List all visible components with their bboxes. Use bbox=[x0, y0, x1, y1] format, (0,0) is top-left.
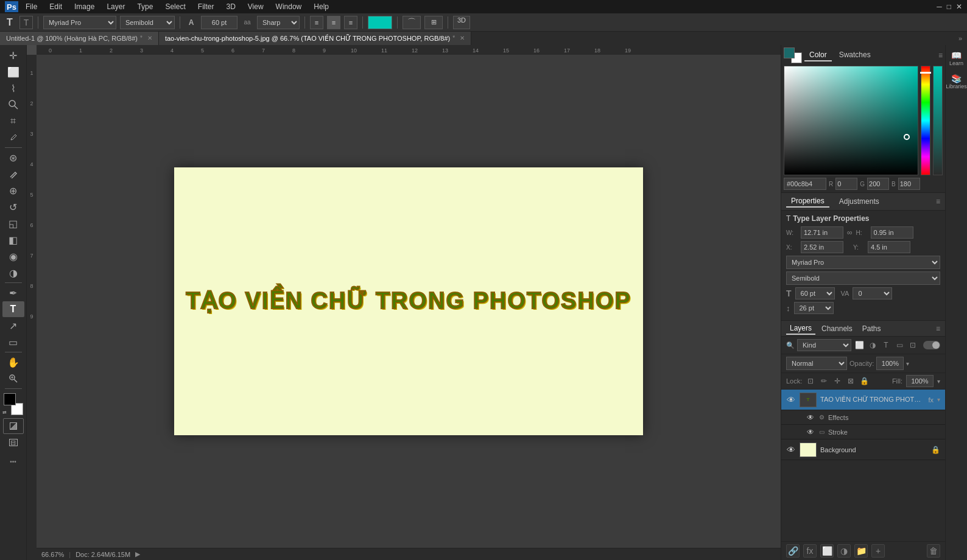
font-size-input[interactable] bbox=[201, 16, 237, 29]
fill-arrow[interactable]: ▾ bbox=[937, 378, 940, 385]
g-input[interactable] bbox=[867, 178, 889, 190]
fill-input[interactable] bbox=[906, 375, 934, 387]
gradient-tool[interactable]: ◧ bbox=[2, 232, 24, 248]
layer-effects-item[interactable]: 👁 ⚙ Effects bbox=[781, 410, 945, 425]
hue-slider[interactable] bbox=[921, 66, 930, 175]
layer-stroke-visibility[interactable]: 👁 bbox=[806, 427, 815, 437]
libraries-btn[interactable]: 📚 Libraries bbox=[948, 73, 965, 90]
zoom-tool[interactable] bbox=[2, 371, 24, 387]
tab-tao-vien-close[interactable]: ✕ bbox=[460, 32, 465, 45]
menu-window[interactable]: Window bbox=[271, 0, 307, 13]
r-input[interactable] bbox=[835, 178, 857, 190]
eraser-tool[interactable]: ◱ bbox=[2, 215, 24, 231]
quick-mask-btn[interactable] bbox=[3, 418, 24, 434]
menu-edit[interactable]: Edit bbox=[44, 0, 67, 13]
properties-tab[interactable]: Properties bbox=[786, 195, 829, 208]
layer-link-btn[interactable]: 🔗 bbox=[786, 544, 800, 558]
minimize-btn[interactable]: ─ bbox=[937, 2, 942, 11]
swatches-tab[interactable]: Swatches bbox=[834, 49, 876, 61]
canvas-content[interactable]: TẠO VIỀN CHỮ TRONG PHOTOSHOP bbox=[37, 55, 781, 548]
props-leading-select[interactable]: 26 pt bbox=[794, 302, 834, 314]
menu-layer[interactable]: Layer bbox=[102, 0, 130, 13]
collapse-panel-btn[interactable]: » bbox=[954, 35, 967, 42]
move-tool[interactable]: ✛ bbox=[2, 47, 24, 63]
layers-tab[interactable]: Layers bbox=[786, 323, 815, 335]
fx-icon[interactable]: fx bbox=[928, 396, 934, 404]
rectangle-tool[interactable]: ▭ bbox=[2, 334, 24, 350]
tab-untitled-close[interactable]: ✕ bbox=[147, 32, 152, 45]
menu-3d[interactable]: 3D bbox=[221, 0, 240, 13]
menu-help[interactable]: Help bbox=[309, 0, 334, 13]
filter-kind-select[interactable]: Kind bbox=[797, 339, 851, 351]
path-select-tool[interactable]: ↗ bbox=[2, 318, 24, 334]
layer-group-btn[interactable]: 📁 bbox=[854, 544, 868, 558]
opacity-arrow[interactable]: ▾ bbox=[906, 360, 909, 367]
layer-bg-visibility[interactable]: 👁 bbox=[786, 445, 796, 455]
filter-adjust-icon[interactable]: ◑ bbox=[867, 340, 878, 351]
lock-all-btn[interactable]: 🔒 bbox=[859, 376, 869, 386]
marquee-tool[interactable]: ⬜ bbox=[2, 64, 24, 80]
menu-type[interactable]: Type bbox=[132, 0, 158, 13]
lock-transparent-btn[interactable]: ⊡ bbox=[806, 376, 815, 386]
filter-type-icon[interactable]: T bbox=[881, 340, 891, 351]
font-style-select[interactable]: Semibold bbox=[120, 16, 175, 29]
x-input[interactable] bbox=[801, 241, 843, 253]
options-panel-btn[interactable]: ⊞ bbox=[424, 16, 443, 29]
menu-select[interactable]: Select bbox=[160, 0, 190, 13]
color-picker-area[interactable] bbox=[784, 66, 943, 175]
aa-mode-select[interactable]: Sharp bbox=[257, 16, 300, 29]
width-input[interactable] bbox=[801, 226, 843, 239]
opacity-slider[interactable] bbox=[933, 66, 943, 175]
eyedropper-tool[interactable] bbox=[2, 130, 24, 145]
crop-tool[interactable]: ⌗ bbox=[2, 113, 24, 129]
color-cursor[interactable] bbox=[904, 134, 910, 140]
layer-adjustment-btn[interactable]: ◑ bbox=[837, 544, 851, 558]
warp-text-btn[interactable]: ⌒ bbox=[403, 16, 421, 29]
reset-colors-icon[interactable]: ⇄ bbox=[2, 410, 7, 415]
dodge-tool[interactable]: ◑ bbox=[2, 265, 24, 281]
opacity-input[interactable] bbox=[876, 357, 904, 370]
more-tools-btn[interactable]: ••• bbox=[2, 453, 24, 469]
expand-icon[interactable]: ▾ bbox=[937, 396, 940, 403]
color-tab[interactable]: Color bbox=[804, 49, 832, 61]
align-center-btn[interactable]: ≡ bbox=[327, 16, 340, 29]
layer-delete-btn[interactable]: 🗑 bbox=[927, 544, 940, 558]
filter-toggle[interactable] bbox=[923, 341, 940, 349]
color-panel-menu[interactable]: ≡ bbox=[938, 51, 943, 60]
props-tracking-select[interactable]: 0 bbox=[853, 287, 892, 299]
filter-smart-icon[interactable]: ⊡ bbox=[907, 340, 918, 351]
layer-new-btn[interactable]: + bbox=[871, 544, 885, 558]
menu-file[interactable]: File bbox=[21, 0, 42, 13]
close-btn[interactable]: ✕ bbox=[956, 2, 962, 11]
3d-btn[interactable]: 3D bbox=[453, 16, 470, 29]
clone-tool[interactable]: ⊕ bbox=[2, 183, 24, 198]
b-input[interactable] bbox=[898, 178, 920, 190]
menu-view[interactable]: View bbox=[243, 0, 269, 13]
props-size-select[interactable]: 60 pt bbox=[795, 287, 835, 299]
layer-stroke-item[interactable]: 👁 ▭ Stroke bbox=[781, 425, 945, 439]
blend-mode-select[interactable]: Normal bbox=[786, 357, 847, 370]
screen-mode-btn[interactable]: ⊟ bbox=[2, 435, 24, 450]
learn-btn[interactable]: 📖 Learn bbox=[948, 50, 965, 67]
status-arrow[interactable]: ▶ bbox=[135, 550, 140, 558]
tab-tao-vien[interactable]: tao-vien-chu-trong-photoshop-5.jpg @ 66.… bbox=[159, 32, 471, 45]
color-swatches[interactable]: ⇄ bbox=[2, 393, 24, 415]
text-color-btn[interactable] bbox=[368, 16, 392, 29]
lock-move-btn[interactable]: ✛ bbox=[832, 376, 842, 386]
lock-artboard-btn[interactable]: ⊠ bbox=[846, 376, 856, 386]
y-input[interactable] bbox=[868, 241, 910, 253]
brush-tool[interactable] bbox=[2, 166, 24, 182]
layer-style-btn[interactable]: fx bbox=[803, 544, 817, 558]
lasso-tool[interactable]: ⌇ bbox=[2, 80, 24, 96]
props-font-family[interactable]: Myriad Pro bbox=[786, 256, 940, 269]
layer-mask-btn[interactable]: ⬜ bbox=[820, 544, 834, 558]
menu-image[interactable]: Image bbox=[69, 0, 99, 13]
history-tool[interactable]: ↺ bbox=[2, 199, 24, 215]
color-gradient[interactable] bbox=[784, 66, 918, 175]
maximize-btn[interactable]: □ bbox=[947, 2, 951, 11]
props-font-style[interactable]: Semibold bbox=[786, 271, 940, 285]
lock-paint-btn[interactable]: ✏ bbox=[819, 376, 829, 386]
fg-swatch[interactable] bbox=[4, 393, 16, 405]
layer-text-visibility[interactable]: 👁 bbox=[786, 395, 796, 405]
filter-pixel-icon[interactable]: ⬜ bbox=[854, 340, 865, 351]
